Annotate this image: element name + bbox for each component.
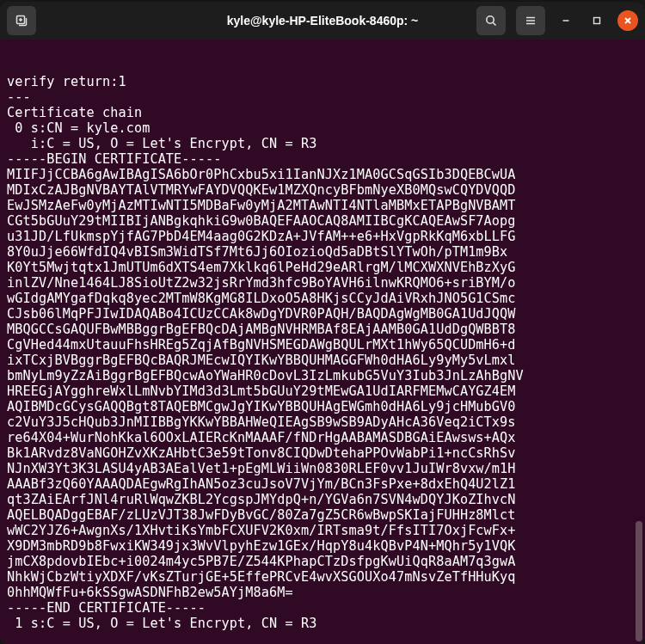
search-icon [484,14,498,28]
maximize-icon [592,15,602,26]
menu-button[interactable] [516,6,545,35]
minimize-icon [561,15,571,26]
new-tab-icon [15,14,28,28]
svg-line-2 [493,22,495,25]
titlebar: kyle@kyle-HP-EliteBook-8460p: ~ [0,2,645,40]
close-button[interactable] [617,10,638,31]
titlebar-left [7,6,179,35]
scrollbar-thumb[interactable] [636,521,642,641]
terminal-area[interactable]: verify return:1 --- Certificate chain 0 … [0,40,645,644]
svg-point-1 [487,16,494,23]
terminal-output: verify return:1 --- Certificate chain 0 … [7,74,638,631]
new-tab-button[interactable] [7,6,36,35]
svg-rect-7 [594,18,600,24]
titlebar-right [466,6,638,35]
minimize-button[interactable] [556,10,576,31]
close-icon [623,15,633,26]
terminal-window: kyle@kyle-HP-EliteBook-8460p: ~ [0,2,645,644]
window-title: kyle@kyle-HP-EliteBook-8460p: ~ [186,14,459,28]
hamburger-icon [524,14,538,28]
search-button[interactable] [476,6,506,35]
maximize-button[interactable] [587,10,607,31]
